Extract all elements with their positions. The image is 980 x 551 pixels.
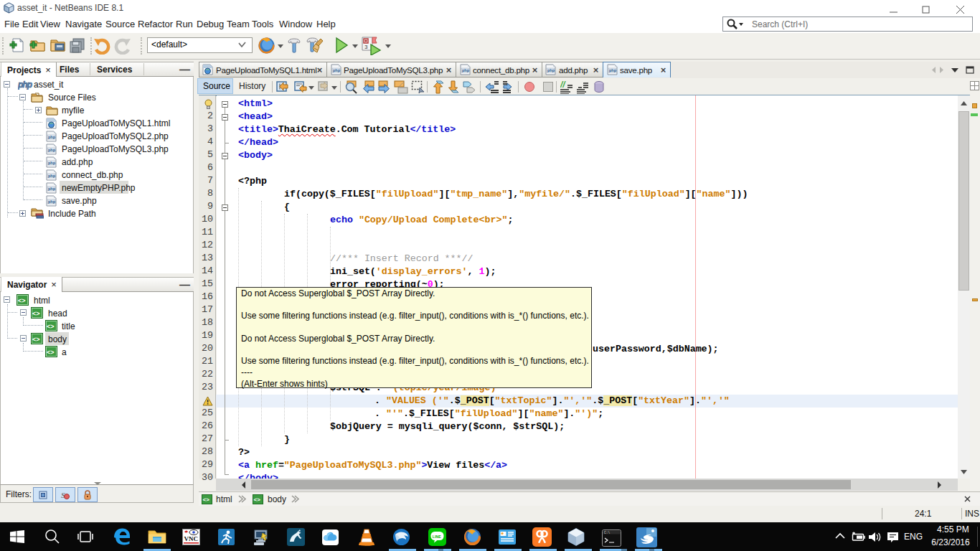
svg-text:<>: <> bbox=[32, 310, 40, 317]
svg-text:<>: <> bbox=[47, 323, 55, 330]
svg-text:php: php bbox=[48, 187, 56, 191]
svg-text:<>: <> bbox=[47, 349, 55, 356]
svg-text:php: php bbox=[333, 68, 341, 72]
svg-text:VNC: VNC bbox=[184, 535, 199, 542]
svg-text:<>: <> bbox=[18, 297, 26, 304]
svg-text:<>: <> bbox=[203, 496, 210, 503]
svg-text:<>: <> bbox=[254, 496, 261, 503]
svg-text:php: php bbox=[48, 161, 56, 165]
svg-text:php: php bbox=[18, 80, 32, 90]
svg-text:php: php bbox=[48, 174, 56, 178]
svg-text:<>: <> bbox=[32, 336, 40, 343]
svg-text:php: php bbox=[48, 135, 56, 139]
svg-text:LINE: LINE bbox=[433, 534, 441, 539]
svg-text:3: 3 bbox=[364, 44, 368, 50]
svg-text:php: php bbox=[48, 148, 56, 152]
svg-text:php: php bbox=[48, 199, 56, 204]
svg-text:C:\: C:\ bbox=[604, 531, 610, 534]
svg-text:php: php bbox=[609, 68, 617, 72]
svg-text://: // bbox=[560, 80, 566, 90]
svg-text:php: php bbox=[462, 68, 470, 72]
svg-text:php: php bbox=[547, 68, 555, 72]
